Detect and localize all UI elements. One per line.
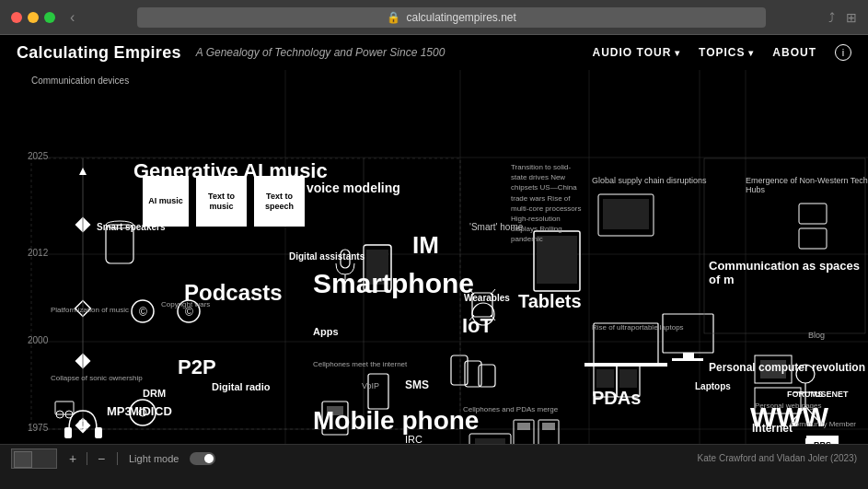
label-usenet: USENET — [815, 390, 849, 399]
label-mp3: MP3 — [107, 404, 132, 418]
svg-rect-27 — [75, 354, 91, 369]
svg-rect-63 — [538, 420, 559, 444]
zoom-divider — [87, 452, 87, 465]
label-personal-web: Personal web pages — [755, 402, 822, 410]
label-midi: MIDI — [129, 404, 154, 418]
svg-rect-78 — [619, 369, 637, 388]
svg-point-50 — [65, 411, 73, 418]
svg-rect-76 — [596, 369, 614, 388]
svg-rect-20 — [672, 358, 703, 361]
nav-about[interactable]: ABOUT — [772, 46, 816, 59]
map-thumbnail — [11, 448, 57, 469]
traffic-lights — [11, 12, 55, 23]
svg-rect-73 — [598, 194, 654, 236]
label-cellphones-pda: Cellphones and PDAs merge — [463, 405, 558, 413]
address-bar[interactable]: 🔒 calculatingempires.net — [137, 7, 766, 28]
site-title: Calculating Empires — [17, 43, 181, 63]
close-button[interactable] — [11, 12, 22, 23]
svg-rect-18 — [663, 314, 713, 353]
share-icon[interactable]: ⤴ — [828, 10, 835, 25]
label-communication-spaces: Communication as spaces of m — [709, 259, 868, 286]
label-smart-speakers: Smart speakers — [97, 222, 166, 232]
divider — [117, 452, 118, 465]
nav-audio-tour[interactable]: AUDIO TOUR — [593, 46, 681, 59]
svg-text:©: © — [139, 306, 147, 319]
svg-rect-19 — [683, 353, 694, 358]
svg-marker-71 — [79, 168, 87, 175]
label-pdas: PDAs — [592, 388, 641, 409]
credits-text: Kate Crawford and Vladan Joler (2023) — [698, 453, 857, 463]
info-icon[interactable]: i — [835, 44, 851, 61]
label-digital-assistants: Digital assistants — [289, 251, 365, 262]
main-content: © © — [0, 70, 868, 444]
label-pc-revolution: Personal computer revolution — [709, 361, 865, 376]
zoom-in-button[interactable]: + — [64, 451, 81, 466]
label-mobile-phone: Mobile phone — [313, 406, 479, 436]
site-header: Calculating Empires A Genealogy of Techn… — [0, 35, 868, 70]
mode-toggle-dot — [204, 454, 214, 463]
label-cd: CD — [155, 404, 172, 418]
label-cellphones-internet: Cellphones meet the internet — [313, 360, 407, 368]
label-digital-radio: Digital radio — [212, 381, 271, 392]
maximize-button[interactable] — [44, 12, 55, 23]
svg-rect-80 — [95, 427, 102, 438]
box-text-to-speech: Text to speech — [254, 176, 305, 227]
site-subtitle: A Genealogy of Technology and Power Sinc… — [196, 46, 446, 59]
svg-point-49 — [56, 411, 64, 418]
svg-rect-79 — [64, 427, 72, 438]
svg-rect-28 — [75, 418, 91, 434]
label-sms: SMS — [405, 378, 429, 391]
label-community: Community Member — [790, 420, 856, 429]
svg-point-40 — [132, 300, 154, 322]
back-button[interactable]: ‹ — [70, 9, 75, 26]
label-ai-voice: AI voice modeling — [290, 180, 400, 195]
svg-rect-61 — [514, 420, 534, 444]
svg-rect-21 — [368, 374, 388, 409]
svg-rect-64 — [542, 423, 555, 430]
svg-rect-48 — [55, 402, 74, 414]
zoom-out-button[interactable]: − — [93, 451, 110, 466]
lock-icon: 🔒 — [387, 11, 400, 24]
label-copyright-wars: Copyright wars — [161, 300, 210, 309]
box-bbs: BBS — [806, 436, 839, 444]
label-global-supply: Global supply chain disruptions — [592, 176, 707, 185]
label-rise-laptops: Rise of ultraportable laptops — [592, 323, 684, 332]
mode-toggle[interactable] — [190, 452, 215, 465]
box-ai-music: AI music — [143, 176, 189, 227]
year-2000: 2000 — [28, 335, 48, 345]
label-apps: Apps — [313, 326, 339, 337]
label-laptops: Laptops — [695, 381, 731, 391]
nav-topics[interactable]: TOPICS — [699, 46, 754, 59]
label-iot: IoT — [462, 314, 492, 338]
label-emergence-tech: Emergence of Non-Western Tech Hubs — [746, 176, 868, 194]
category-label: Communication devices — [31, 76, 129, 86]
label-collapse-sonic: Collapse of sonic ownership — [51, 374, 143, 383]
zoom-controls: + − — [64, 451, 110, 466]
label-tablets: Tablets — [518, 291, 582, 312]
bottom-toolbar: + − Light mode Kate Crawford and Vladan … — [0, 444, 868, 472]
label-voip: VoIP — [362, 381, 379, 390]
mode-label: Light mode — [129, 453, 179, 464]
svg-rect-74 — [603, 199, 649, 229]
label-im: IM — [412, 231, 439, 260]
year-2012: 2012 — [28, 248, 48, 258]
label-drm: DRM — [143, 388, 166, 399]
minimize-button[interactable] — [28, 12, 39, 23]
map-canvas[interactable]: © © — [0, 70, 868, 444]
svg-rect-17 — [584, 363, 667, 367]
label-transition-ssd: Transition to solid-state drives New chi… — [511, 162, 584, 245]
svg-marker-72 — [79, 421, 87, 428]
label-p2p: P2P — [178, 355, 216, 379]
box-text-to-music: Text to music — [196, 176, 247, 227]
svg-rect-69 — [799, 204, 827, 224]
label-wearables: Wearables — [464, 293, 510, 303]
new-tab-icon[interactable]: ⊞ — [846, 10, 857, 25]
svg-rect-66 — [475, 438, 505, 444]
year-1975: 1975 — [28, 423, 48, 433]
label-platformization: Platformization of music — [51, 306, 129, 315]
svg-rect-59 — [465, 361, 481, 387]
year-2025: 2025 — [28, 151, 48, 161]
browser-actions: ⤴ ⊞ — [828, 10, 857, 25]
url-text: calculatingempires.net — [406, 11, 515, 24]
label-blog: Blog — [808, 331, 825, 340]
